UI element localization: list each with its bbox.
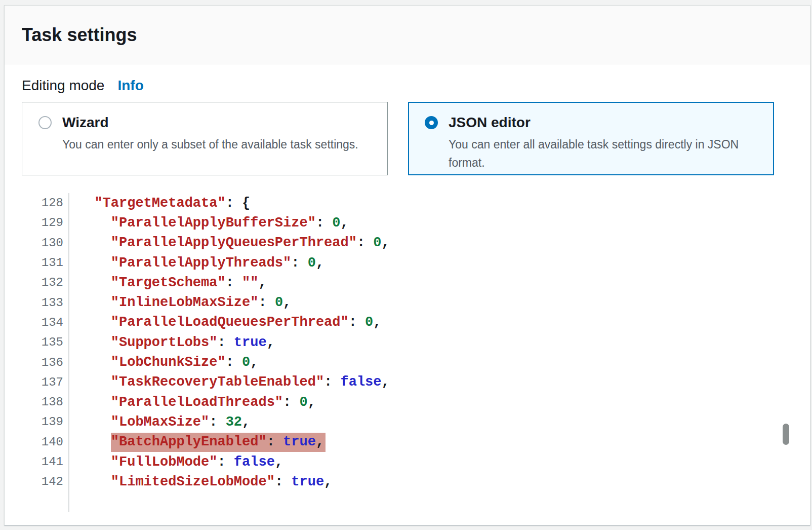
code-line[interactable]: 133 "InlineLobMaxSize": 0, <box>22 292 810 312</box>
line-number: 141 <box>22 452 69 472</box>
code-line[interactable]: 131 "ParallelApplyThreads": 0, <box>22 253 810 273</box>
code-line-text: "ParallelLoadThreads": 0, <box>69 395 316 410</box>
code-line[interactable]: 140 "BatchApplyEnabled": true, <box>22 432 810 452</box>
code-line-text: "ParallelApplyQueuesPerThread": 0, <box>69 235 390 250</box>
line-number: 134 <box>22 313 69 332</box>
code-line-empty[interactable] <box>22 491 810 511</box>
code-line[interactable]: 141 "FullLobMode": false, <box>22 452 810 472</box>
code-line-text: "SupportLobs": true, <box>69 335 275 350</box>
line-number: 129 <box>22 213 69 233</box>
code-line-text: "ParallelApplyThreads": 0, <box>69 255 324 271</box>
page-title: Task settings <box>22 24 137 46</box>
code-line-text: "LobChunkSize": 0, <box>69 355 258 370</box>
editing-mode-row: Editing mode Info <box>22 78 810 94</box>
code-line-text: "LimitedSizeLobMode": true, <box>69 474 332 489</box>
info-link[interactable]: Info <box>117 78 143 94</box>
wizard-label: Wizard <box>62 115 109 131</box>
option-tile-json-editor[interactable]: JSON editor You can enter all available … <box>408 102 774 175</box>
code-line[interactable]: 136 "LobChunkSize": 0, <box>22 352 810 372</box>
code-line[interactable]: 137 "TaskRecoveryTableEnabled": false, <box>22 372 810 392</box>
line-number: 131 <box>22 253 69 273</box>
json-editor-description: You can enter all available task setting… <box>449 135 759 172</box>
highlighted-code: "BatchApplyEnabled": true, <box>111 433 326 452</box>
wizard-description: You can enter only a subset of the avail… <box>62 135 373 154</box>
editing-mode-options: Wizard You can enter only a subset of th… <box>22 102 810 175</box>
line-number: 137 <box>22 372 69 392</box>
line-number: 135 <box>22 332 69 352</box>
code-line[interactable]: 142 "LimitedSizeLobMode": true, <box>22 472 810 491</box>
code-line-text: "InlineLobMaxSize": 0, <box>69 295 291 310</box>
line-number: 136 <box>22 352 69 372</box>
line-number: 133 <box>22 292 69 312</box>
json-code-editor[interactable]: 128 "TargetMetadata": {129 "ParallelAppl… <box>22 193 810 512</box>
code-line-text: "TaskRecoveryTableEnabled": false, <box>69 374 390 390</box>
option-tile-wizard[interactable]: Wizard You can enter only a subset of th… <box>22 102 388 175</box>
code-line[interactable]: 138 "ParallelLoadThreads": 0, <box>22 392 810 412</box>
code-line-text: "ParallelApplyBufferSize": 0, <box>69 215 349 231</box>
code-line-text: "LobMaxSize": 32, <box>69 414 250 430</box>
line-number: 138 <box>22 392 69 412</box>
code-line-text: "TargetSchema": "", <box>69 275 267 290</box>
line-number: 142 <box>22 472 69 491</box>
line-number: 128 <box>22 193 69 213</box>
code-line[interactable]: 130 "ParallelApplyQueuesPerThread": 0, <box>22 233 810 253</box>
code-line[interactable]: 129 "ParallelApplyBufferSize": 0, <box>22 213 810 233</box>
line-number: 132 <box>22 273 69 292</box>
code-line-text: "BatchApplyEnabled": true, <box>69 434 326 449</box>
task-settings-panel: Task settings Editing mode Info Wizard Y… <box>4 5 810 525</box>
code-line[interactable]: 132 "TargetSchema": "", <box>22 273 810 292</box>
code-line-text: "TargetMetadata": { <box>69 196 250 211</box>
json-editor-radio-icon[interactable] <box>425 116 438 129</box>
code-line[interactable]: 134 "ParallelLoadQueuesPerThread": 0, <box>22 313 810 332</box>
line-number: 140 <box>22 432 69 452</box>
wizard-radio-icon[interactable] <box>38 116 52 129</box>
line-number: 139 <box>22 412 69 432</box>
panel-header: Task settings <box>5 6 810 64</box>
code-line[interactable]: 135 "SupportLobs": true, <box>22 332 810 352</box>
code-line[interactable]: 128 "TargetMetadata": { <box>22 193 810 213</box>
code-line-text: "FullLobMode": false, <box>69 455 283 470</box>
code-line[interactable]: 139 "LobMaxSize": 32, <box>22 412 810 432</box>
editing-mode-label: Editing mode <box>22 78 104 94</box>
code-line-text: "ParallelLoadQueuesPerThread": 0, <box>69 315 382 330</box>
line-number <box>22 491 69 511</box>
json-editor-label: JSON editor <box>449 115 531 131</box>
line-number: 130 <box>22 233 69 253</box>
editor-scrollbar-thumb[interactable] <box>783 424 789 445</box>
